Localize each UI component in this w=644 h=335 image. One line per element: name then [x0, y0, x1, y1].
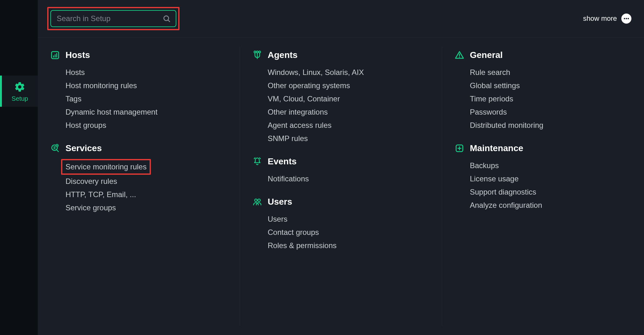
menu-item-label: Other operating systems	[268, 81, 350, 90]
menu-item[interactable]: Contact groups	[268, 226, 429, 239]
menu-item-label: Contact groups	[268, 228, 319, 236]
menu-item-label: Distributed monitoring	[470, 121, 543, 129]
section-header[interactable]: Users	[253, 197, 429, 207]
search-highlight-box	[47, 7, 180, 30]
item-list: HostsHost monitoring rulesTagsDynamic ho…	[50, 66, 227, 132]
menu-item-label: SNMP rules	[268, 134, 308, 143]
item-list: BackupsLicense usageSupport diagnosticsA…	[455, 159, 631, 212]
warning-icon	[455, 50, 464, 60]
menu-item-label: Other integrations	[268, 108, 328, 116]
gear-icon	[14, 81, 26, 93]
menu-item[interactable]: Hosts	[66, 66, 227, 79]
menu-item-label: Roles & permissions	[268, 241, 337, 250]
bell-icon	[253, 157, 262, 166]
menu-item[interactable]: Host groups	[66, 119, 227, 132]
search-icon[interactable]	[162, 14, 171, 23]
plus-box-icon	[455, 144, 464, 153]
column: AgentsWindows, Linux, Solaris, AIXOther …	[240, 47, 442, 326]
menu-item-label: Dynamic host management	[66, 108, 157, 116]
menu-item[interactable]: Discovery rules	[66, 175, 227, 188]
section-header[interactable]: Agents	[253, 50, 429, 60]
section-services: ServicesService monitoring rulesDiscover…	[50, 143, 227, 214]
menu-item-label: Notifications	[268, 174, 309, 183]
branches-icon	[253, 50, 262, 60]
menu-item[interactable]: Notifications	[268, 172, 429, 185]
section-header[interactable]: General	[455, 50, 631, 60]
svg-line-1	[168, 20, 170, 22]
section-header[interactable]: Hosts	[50, 50, 227, 60]
menu-item-label: Analyze configuration	[470, 201, 542, 209]
menu-item[interactable]: Dynamic host management	[66, 105, 227, 119]
item-list: Rule searchGlobal settingsTime periodsPa…	[455, 66, 631, 132]
main-panel: show more HostsHostsHost monitoring rule…	[38, 0, 644, 335]
section-header[interactable]: Events	[253, 156, 429, 167]
menu-item[interactable]: License usage	[470, 172, 631, 185]
section-title: Maintenance	[470, 143, 523, 153]
ellipsis-icon	[621, 14, 631, 24]
section-events: EventsNotifications	[253, 156, 429, 185]
search-input[interactable]	[57, 14, 162, 23]
menu-item[interactable]: Distributed monitoring	[470, 119, 631, 132]
item-list: Windows, Linux, Solaris, AIXOther operat…	[253, 66, 429, 145]
menu-item-label: Rule search	[470, 68, 510, 77]
search-box[interactable]	[50, 10, 176, 27]
menu-item-label: Hosts	[66, 68, 85, 77]
menu-item[interactable]: SNMP rules	[268, 132, 429, 145]
menu-item-label: HTTP, TCP, Email, ...	[66, 190, 136, 199]
menu-item[interactable]: VM, Cloud, Container	[268, 92, 429, 105]
section-header[interactable]: Services	[50, 143, 227, 153]
menu-item-label: Windows, Linux, Solaris, AIX	[268, 68, 364, 77]
section-title: General	[470, 50, 503, 60]
menu-item-label: Host monitoring rules	[66, 81, 137, 90]
menu-item[interactable]: Tags	[66, 92, 227, 105]
menu-item[interactable]: Other operating systems	[268, 79, 429, 92]
section-general: GeneralRule searchGlobal settingsTime pe…	[455, 50, 631, 132]
menu-item-label: Global settings	[470, 81, 520, 90]
content-columns: HostsHostsHost monitoring rulesTagsDynam…	[38, 37, 644, 335]
menu-item-label: Users	[268, 215, 288, 223]
menu-item[interactable]: Analyze configuration	[470, 199, 631, 212]
menu-item-label: Passwords	[470, 108, 507, 116]
menu-item[interactable]: Passwords	[470, 105, 631, 119]
section-title: Agents	[268, 50, 298, 60]
section-users: UsersUsersContact groupsRoles & permissi…	[253, 197, 429, 252]
menu-item[interactable]: Roles & permissions	[268, 239, 429, 252]
menu-item[interactable]: Service monitoring rules	[66, 159, 227, 175]
menu-item-label: Agent access rules	[268, 121, 332, 129]
bar-chart-icon	[50, 50, 60, 60]
menu-item-label: Backups	[470, 161, 499, 170]
section-header[interactable]: Maintenance	[455, 143, 631, 153]
menu-item[interactable]: Backups	[470, 159, 631, 172]
users-icon	[253, 197, 262, 207]
item-list: UsersContact groupsRoles & permissions	[253, 213, 429, 252]
menu-item[interactable]: Agent access rules	[268, 119, 429, 132]
menu-item[interactable]: Users	[268, 213, 429, 226]
menu-item[interactable]: Windows, Linux, Solaris, AIX	[268, 66, 429, 79]
section-hosts: HostsHostsHost monitoring rulesTagsDynam…	[50, 50, 227, 132]
menu-item[interactable]: HTTP, TCP, Email, ...	[66, 188, 227, 201]
menu-item[interactable]: Global settings	[470, 79, 631, 92]
menu-item-label: Service groups	[66, 203, 116, 212]
menu-item[interactable]: Support diagnostics	[470, 185, 631, 199]
magnify-plus-icon	[50, 144, 60, 153]
item-list: Notifications	[253, 172, 429, 185]
menu-item[interactable]: Rule search	[470, 66, 631, 79]
rail-item-setup[interactable]: Setup	[0, 76, 38, 107]
svg-point-4	[628, 18, 629, 19]
left-rail: Setup	[0, 0, 38, 335]
show-more-label: show more	[583, 14, 617, 23]
menu-item-label: Time periods	[470, 94, 513, 103]
section-title: Services	[66, 143, 102, 153]
rail-item-label: Setup	[12, 95, 28, 102]
menu-item[interactable]: Host monitoring rules	[66, 79, 227, 92]
menu-item[interactable]: Service groups	[66, 201, 227, 214]
svg-point-3	[626, 18, 627, 19]
column: GeneralRule searchGlobal settingsTime pe…	[442, 47, 644, 326]
svg-point-2	[624, 18, 625, 19]
menu-item-label: License usage	[470, 174, 519, 183]
show-more-button[interactable]: show more	[583, 14, 631, 24]
menu-item[interactable]: Other integrations	[268, 105, 429, 119]
menu-item-label-highlighted: Service monitoring rules	[61, 159, 151, 175]
menu-item[interactable]: Time periods	[470, 92, 631, 105]
menu-item-label: Host groups	[66, 121, 106, 129]
